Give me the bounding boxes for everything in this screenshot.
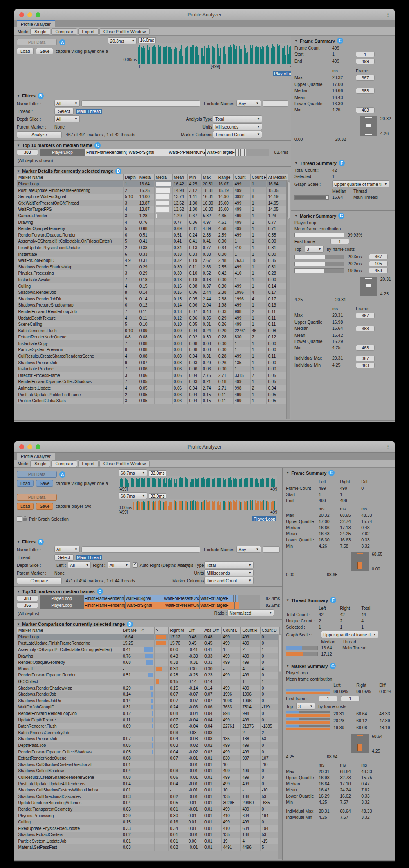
top10-segment[interactable]: FinishFrameRendering [84,602,126,609]
column-header-abs-diff[interactable]: Abs Diff [203,627,221,634]
table-row[interactable]: Instantiate60.330.330.330.330.00110.00 [17,251,288,257]
top10-segment[interactable] [245,149,246,156]
column-header-left-me[interactable]: Left Me [121,627,140,634]
table-row[interactable]: DepthPass.Job0.050.03-0.020.024994990 [17,742,280,749]
table-row[interactable]: Physics.Processing30.290.300.100.520.424… [17,270,288,277]
thread-select-button[interactable]: Select [54,554,74,561]
top10-segment[interactable]: WaitForPresentOnG [168,149,206,156]
pull-data-button[interactable]: Pull Data [17,39,57,45]
table-row[interactable]: Animators.Update40.050.060.042.742.71998… [17,385,288,392]
table-row[interactable]: RenderForwardOpaque.Render0.510.28-0.230… [17,672,280,679]
table-row[interactable]: Drawing0.760.43-0.330.334994990 [17,653,280,659]
table-row[interactable]: Shadows.RenderJobDir0.140.07-0.070.07199… [17,698,280,704]
table-row[interactable]: Assembly-CSharp.dll!::Collectable.OnTrig… [17,647,280,653]
table-row[interactable]: Shadows.CullShadowCastersDirectional0.01… [17,761,280,768]
top-n-dropdown[interactable]: 3▼ [305,246,324,253]
analysis-type-dropdown[interactable]: Total▼ [213,115,262,122]
top10-segment[interactable]: WaitForSignal [126,602,164,609]
table-row[interactable]: Shadows.RenderShadowMap70.290.300.112.66… [17,264,288,270]
collapse-triangle-icon[interactable]: ▼ [17,590,20,593]
table-row[interactable]: Instantiate.Produce70.060.060.060.060.00… [17,366,288,372]
first-frame-right-button[interactable]: 1 [341,696,360,701]
table-row[interactable]: RenderForward.RenderLoopJob0.120.08-0.04… [17,710,280,717]
tab-profile-analyzer[interactable]: Profile Analyzer [17,453,55,460]
top-cost-frame-button[interactable]: 105 [369,261,388,266]
table-row[interactable]: BatchRenderer.Flush6-100.090.090.040.240… [17,327,288,334]
collapse-triangle-icon[interactable]: ▼ [17,622,20,626]
table-row[interactable]: Gfx.WaitForPresentOnGfxThread313.8713.62… [17,200,288,207]
table-row[interactable]: FixedUpdate.PhysicsFixedUpdate20.330.340… [17,245,288,251]
column-header-marker-name[interactable]: Marker Name [17,174,124,181]
mode-single-button[interactable]: Single [30,28,50,35]
top10-marker-bar[interactable]: PlayerLoopFinishFrameRenderingWaitForSig… [40,602,260,609]
median-frame-button[interactable]: 383 [17,149,38,155]
table-row[interactable]: GC.Collect-0.150.140.14-11 [17,679,280,685]
top10-segment[interactable]: PlayerLoop [40,149,85,156]
table-row[interactable]: ExtractRenderNodeQueue6-80.080.080.020.3… [17,334,288,340]
mode-single-button[interactable]: Single [30,460,50,467]
table-row[interactable]: RenderForward.RenderLoopJob70.110.130.07… [17,309,288,315]
analysis-type-dropdown[interactable]: Total▼ [204,561,254,568]
window-menu-icon[interactable]: ⋮ [385,444,391,450]
top-n-dropdown[interactable]: 3▼ [296,703,315,710]
frame-frame-button[interactable]: 463 [356,107,375,113]
table-row[interactable]: CullResults.CreateSharedRendererScene40.… [17,353,288,360]
column-header-marker-name[interactable]: Marker Name [17,627,121,634]
table-row[interactable]: Assembly-CSharp.dll!::Collectable.OnTrig… [17,238,288,245]
frame-frame-button[interactable]: 367 [356,75,375,81]
column-header-depth[interactable]: Depth [124,174,138,181]
frame-frame-button[interactable]: 383 [356,88,375,94]
save-button[interactable]: Save [36,48,53,54]
ratio-dropdown[interactable]: Normalized▼ [227,609,274,616]
top10-segment[interactable] [238,602,239,609]
table-row[interactable]: PostLateUpdate.FinishFrameRendering15.25… [17,640,280,647]
close-profiler-window-button[interactable]: Close Profiler Window [99,460,150,467]
ind-frame-button[interactable]: 367 [356,356,375,361]
top10-segment[interactable]: WaitForSignal [128,149,168,156]
frame-time-chart[interactable] [119,476,277,487]
scrollbar-thumb[interactable] [287,181,290,219]
column-header-max[interactable]: Max [202,174,217,181]
table-row[interactable]: Shadows.CullShadowCastersWithoutUmbra0.0… [17,787,280,794]
table-row[interactable]: RenderForwardOpaque.CollectShadows0.050.… [17,749,280,755]
table-row[interactable]: Shadows.RenderShadowMap0.290.15-0.140.14… [17,685,280,691]
top10-segment[interactable]: WaitForPresentOnG [163,595,200,602]
mode-compare-button[interactable]: Compare [51,460,77,467]
table-row[interactable]: Shadows.PrepareShadowmap60.120.140.062.0… [17,302,288,309]
thread-value-chip[interactable]: Main Thread [76,109,102,114]
table-row[interactable]: PlayerLoop16.6417.120.480.484994990 [17,634,280,640]
histogram[interactable] [286,734,348,753]
range-dropdown[interactable]: 20.3ms▼ [108,37,137,44]
range-dropdown[interactable]: 68.7ms▼ [119,469,147,476]
table-row[interactable]: ExtractRenderNodeQueue0.080.07-0.010.018… [17,755,280,762]
name-filter-input[interactable] [81,100,200,107]
table-row[interactable]: Drawing40.760.770.364.974.6149910.77 [17,219,288,225]
table-row[interactable]: Director.ProcessFrame30.060.060.042.752.… [17,372,288,379]
top10-segment[interactable]: FinishFrameRenderin( [85,149,128,156]
table-row[interactable]: PostLateUpdate.UpdateAllRenderers0.040.0… [17,780,280,787]
vertical-scrollbar[interactable] [286,180,290,419]
table-row[interactable]: WaitForJobGroupID4-90.310.320.192.672.48… [17,257,288,264]
mode-compare-button[interactable]: Compare [51,28,77,35]
close-profiler-window-button[interactable]: Close Profiler Window [99,28,150,35]
table-row[interactable]: Culling0.150.160.010.014994990 [17,819,280,825]
first-frame-left-button[interactable]: 1 [319,696,337,701]
top10-segment[interactable]: WaitForTargetFPS [200,595,228,602]
name-match-dropdown[interactable]: All▼ [54,100,80,107]
table-row[interactable]: Shadows.ExtractCasters0.020.01-0.010.011… [17,832,280,838]
top10-segment[interactable] [229,602,233,609]
first-frame-button[interactable]: 1 [330,239,349,244]
m-frame-button[interactable]: 463 [356,345,375,351]
column-header-count-d[interactable]: Count D [260,627,279,634]
table-row[interactable]: SceneCulling50.100.100.050.310.2649910.1… [17,321,288,328]
depth-left-dropdown[interactable]: All▼ [68,561,91,568]
frame-time-chart[interactable] [133,499,277,510]
table-row[interactable]: Batch.ProcessGeometryJob-0.030.030.03-22 [17,729,280,736]
table-row[interactable]: Camera.Render31.281.290.675.324.6549911.… [17,213,288,219]
tab-profile-analyzer[interactable]: Profile Analyzer [17,20,55,27]
table-row[interactable]: UpdateRendererBoundingVolumes0.040.050.0… [17,800,280,806]
table-row[interactable]: Instantiate.Copy70.080.080.080.080.00110… [17,340,288,347]
range-dropdown[interactable]: 68.7ms▼ [119,492,147,499]
top10-segment[interactable]: WaitForPresentOn( [164,602,200,609]
table-row[interactable]: Shadows.CullDirectionalCascades0.030.02-… [17,793,280,800]
